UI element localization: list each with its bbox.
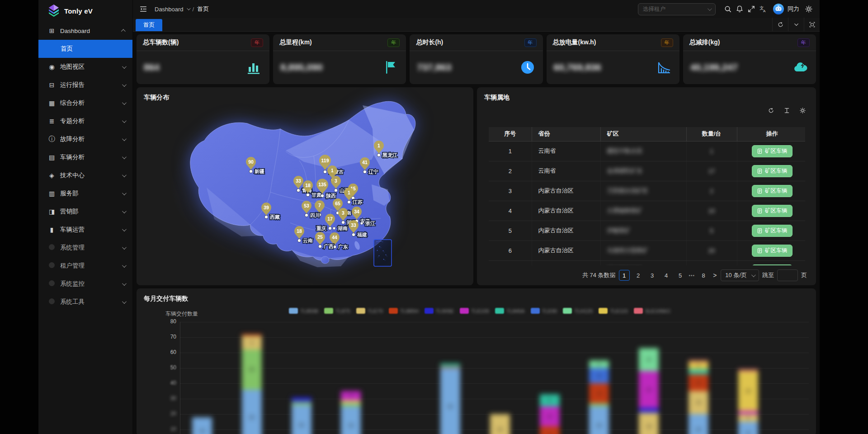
search-icon[interactable] — [724, 5, 732, 13]
sidebar-item-tech-center[interactable]: ◈技术中心 — [38, 166, 132, 184]
sidebar-item-comprehensive-analysis[interactable]: ▦综合分析 — [38, 94, 132, 112]
bar-segment-value: 8 — [548, 397, 551, 403]
pagination-page-3[interactable]: 3 — [647, 270, 658, 281]
stat-card-value: 864 — [144, 62, 160, 73]
pagination-page-5[interactable]: 5 — [675, 270, 686, 281]
pagination-page-2[interactable]: 2 — [633, 270, 644, 281]
cell-mine: 宝日希勒矿区 — [600, 260, 686, 265]
mine-vehicles-button[interactable]: 矿区车辆 — [752, 145, 793, 157]
stacked-bar: 20 — [490, 414, 510, 434]
province-label: 西藏 — [269, 214, 280, 220]
settings-gear-icon[interactable] — [799, 107, 806, 116]
sidebar-item-system-management[interactable]: 系统管理 — [38, 239, 132, 257]
sidebar-item-system-monitor[interactable]: 系统监控 — [38, 275, 132, 293]
map-icon: ◉ — [48, 63, 56, 71]
jump-page-input[interactable] — [777, 269, 798, 281]
page-size-value: 10 条/页 — [725, 271, 747, 279]
user-menu[interactable]: 同力 — [773, 3, 799, 15]
row-height-icon[interactable] — [783, 107, 790, 116]
table-row: 7内蒙古自治区宝日希勒矿区4矿区车辆 — [489, 260, 805, 265]
bar-segment — [341, 400, 361, 403]
tab-home[interactable]: 首页 — [136, 19, 162, 31]
qty-blurred: 17 — [708, 168, 715, 175]
notification-bell-icon[interactable] — [736, 5, 744, 13]
pagination-page-1[interactable]: 1 — [619, 270, 630, 281]
breadcrumb-root[interactable]: Dashboard — [155, 6, 184, 13]
mine-vehicles-button[interactable]: 矿区车辆 — [752, 165, 793, 177]
tenant-select[interactable]: 选择租户 — [638, 3, 716, 15]
page-size-select[interactable]: 10 条/页 — [721, 269, 759, 281]
settings-gear-icon[interactable] — [805, 5, 813, 13]
period-badge[interactable]: 年 — [524, 38, 537, 47]
sidebar-subitem-home-active[interactable]: 首页 — [38, 40, 132, 58]
sidebar-item-label: Dashboard — [60, 28, 90, 34]
sidebar-item-marketing-dept[interactable]: ◨营销部 — [38, 203, 132, 221]
territory-table: 序号省份矿区数量/台操作 1云南省建投中集水泥1矿区车辆2云南省金鼎镇旺矿业17… — [489, 127, 805, 265]
maximize-frame-icon[interactable] — [804, 18, 820, 31]
translate-icon[interactable]: 文A — [759, 5, 767, 13]
sidebar-item-map-view[interactable]: ◉地图视区 — [38, 58, 132, 76]
pin-dot — [323, 170, 326, 173]
sidebar-item-tenant-management[interactable]: 租户管理 — [38, 257, 132, 275]
sidebar-item-vehicle-operation[interactable]: ▮车辆运营 — [38, 221, 132, 239]
table-row: 6内蒙古自治区乌海特大型煤矿20矿区车辆 — [489, 241, 805, 260]
bar-segment-value: 36 — [249, 415, 255, 420]
sidebar-item-service-dept[interactable]: ▥服务部 — [38, 184, 132, 203]
mine-name-blurred: 建投中集水泥 — [607, 147, 642, 154]
sidebar-item-dashboard[interactable]: ⊞Dashboard — [38, 22, 132, 40]
period-badge[interactable]: 年 — [387, 38, 400, 47]
mine-vehicles-button[interactable]: 矿区车辆 — [752, 264, 793, 266]
mine-vehicles-button[interactable]: 矿区车辆 — [752, 245, 793, 257]
refresh-icon[interactable] — [772, 18, 788, 31]
svg-text:A: A — [763, 9, 766, 13]
sidebar-item-fault-analysis[interactable]: ⓘ故障分析 — [38, 130, 132, 148]
pin-dot — [360, 222, 363, 225]
pagination-page-4[interactable]: 4 — [661, 270, 672, 281]
document-icon — [757, 248, 763, 254]
sidebar-item-topic-analysis[interactable]: ≣专题分析 — [38, 112, 132, 130]
fullscreen-icon[interactable] — [747, 5, 755, 13]
stat-card-3: 总放电量(kw.h)年60,769,836 — [547, 34, 679, 84]
app-window: Tonly eV ⊞Dashboard首页◉地图视区⊟运行报告▦综合分析≣专题分… — [38, 0, 820, 434]
sidebar-item-system-tools[interactable]: 系统工具 — [38, 293, 132, 311]
mine-vehicles-button[interactable]: 矿区车辆 — [752, 205, 793, 217]
bar-segment: 50 — [440, 368, 460, 434]
period-badge[interactable]: 年 — [251, 38, 263, 47]
china-map[interactable]: 90新疆39西藏33青海18甘肃135陕西119内蒙古13山西1黑龙江41辽宁1… — [137, 87, 473, 285]
chevron-down-icon[interactable] — [788, 18, 804, 31]
bar-segment-value: 15 — [696, 400, 701, 405]
pagination-next-icon[interactable]: > — [712, 272, 717, 279]
vehicle-distribution-panel: 车辆分布 90新疆39西藏33青海18甘肃135陕西119内蒙古13山西1黑龙江… — [137, 87, 473, 285]
bar-segment: 15 — [689, 391, 708, 414]
dim-icon — [48, 262, 56, 269]
sidebar-item-label: 综合分析 — [60, 99, 85, 107]
qty-blurred: 5 — [710, 227, 713, 234]
stat-card-body: 60,769,836 — [547, 51, 679, 84]
chevron-down-icon[interactable] — [187, 6, 190, 10]
tonly-logo-icon — [47, 4, 60, 18]
dim-icon — [49, 280, 55, 286]
period-badge[interactable]: 年 — [797, 38, 810, 47]
pin-count: 33 — [351, 222, 356, 228]
mine-vehicles-button[interactable]: 矿区车辆 — [752, 225, 793, 237]
pagination-ellipsis[interactable]: ••• — [689, 273, 695, 278]
bar-segment-value: 10 — [596, 373, 602, 378]
sidebar-item-run-report[interactable]: ⊟运行报告 — [38, 76, 132, 94]
pin-count: 119 — [321, 158, 329, 163]
mine-vehicles-button[interactable]: 矿区车辆 — [752, 185, 793, 197]
pagination-page-8[interactable]: 8 — [698, 270, 709, 281]
collapse-sidebar-icon[interactable] — [139, 5, 147, 13]
content: 总车辆数(辆)年864总里程(km)年8,895,090总时长(h)年737,8… — [133, 32, 820, 434]
pin-count: 39 — [264, 205, 269, 210]
avatar — [773, 3, 784, 15]
bar-segment: 15 — [738, 422, 758, 434]
qty-blurred: 10 — [708, 208, 715, 214]
sidebar-item-vehicle-analysis[interactable]: ▤车辆分析 — [38, 148, 132, 166]
bar-segment-value: 5 — [747, 415, 750, 420]
mine-vehicles-button-label: 矿区车辆 — [765, 187, 788, 195]
jump-label: 跳至 — [762, 271, 774, 279]
refresh-icon[interactable] — [768, 107, 774, 116]
bar-segment: 24 — [639, 371, 659, 408]
qty-blurred: 1 — [710, 148, 713, 155]
period-badge[interactable]: 年 — [661, 38, 673, 47]
